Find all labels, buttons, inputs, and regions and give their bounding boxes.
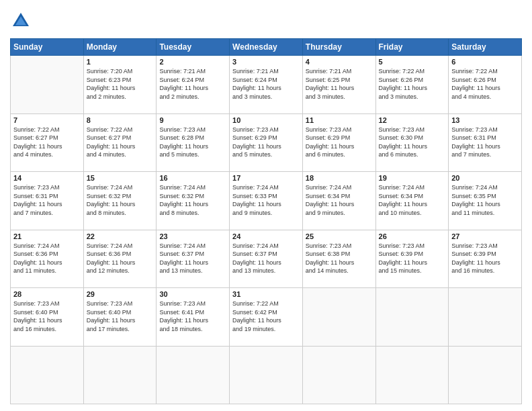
calendar-table: Sunday Monday Tuesday Wednesday Thursday… bbox=[10, 38, 522, 404]
table-row bbox=[83, 346, 157, 404]
day-number: 25 bbox=[306, 232, 373, 240]
table-row bbox=[302, 346, 375, 404]
calendar-row bbox=[11, 346, 522, 404]
day-info: Sunrise: 7:23 AM Sunset: 6:29 PM Dayligh… bbox=[306, 126, 373, 159]
day-info: Sunrise: 7:24 AM Sunset: 6:32 PM Dayligh… bbox=[159, 183, 226, 217]
page: Sunday Monday Tuesday Wednesday Thursday… bbox=[0, 0, 532, 411]
table-row: 22Sunrise: 7:24 AM Sunset: 6:36 PM Dayli… bbox=[83, 230, 157, 288]
table-row bbox=[11, 56, 84, 114]
table-row: 29Sunrise: 7:23 AM Sunset: 6:40 PM Dayli… bbox=[83, 288, 157, 347]
day-info: Sunrise: 7:24 AM Sunset: 6:37 PM Dayligh… bbox=[232, 242, 300, 275]
logo bbox=[10, 10, 34, 32]
table-row: 11Sunrise: 7:23 AM Sunset: 6:29 PM Dayli… bbox=[302, 113, 375, 172]
day-number: 21 bbox=[13, 232, 81, 240]
table-row: 3Sunrise: 7:21 AM Sunset: 6:24 PM Daylig… bbox=[230, 56, 303, 114]
day-number: 20 bbox=[451, 174, 519, 182]
day-info: Sunrise: 7:23 AM Sunset: 6:40 PM Dayligh… bbox=[87, 300, 154, 333]
header-saturday: Saturday bbox=[449, 39, 522, 56]
day-info: Sunrise: 7:22 AM Sunset: 6:42 PM Dayligh… bbox=[232, 300, 300, 333]
table-row: 30Sunrise: 7:23 AM Sunset: 6:41 PM Dayli… bbox=[157, 288, 230, 347]
day-info: Sunrise: 7:24 AM Sunset: 6:34 PM Dayligh… bbox=[379, 183, 446, 217]
day-number: 11 bbox=[306, 116, 373, 124]
day-info: Sunrise: 7:23 AM Sunset: 6:31 PM Dayligh… bbox=[13, 183, 81, 217]
day-number: 13 bbox=[451, 116, 519, 124]
day-number: 8 bbox=[87, 116, 154, 124]
header-friday: Friday bbox=[375, 39, 449, 56]
day-number: 15 bbox=[87, 174, 154, 182]
day-info: Sunrise: 7:22 AM Sunset: 6:27 PM Dayligh… bbox=[13, 126, 81, 159]
day-info: Sunrise: 7:23 AM Sunset: 6:31 PM Dayligh… bbox=[451, 126, 519, 159]
logo-icon bbox=[10, 10, 32, 32]
table-row: 7Sunrise: 7:22 AM Sunset: 6:27 PM Daylig… bbox=[11, 113, 84, 172]
table-row: 24Sunrise: 7:24 AM Sunset: 6:37 PM Dayli… bbox=[230, 230, 303, 288]
table-row: 27Sunrise: 7:23 AM Sunset: 6:39 PM Dayli… bbox=[449, 230, 522, 288]
day-number: 3 bbox=[232, 58, 300, 66]
table-row: 9Sunrise: 7:23 AM Sunset: 6:28 PM Daylig… bbox=[157, 113, 230, 172]
day-info: Sunrise: 7:21 AM Sunset: 6:24 PM Dayligh… bbox=[232, 67, 300, 101]
table-row: 21Sunrise: 7:24 AM Sunset: 6:36 PM Dayli… bbox=[11, 230, 84, 288]
day-info: Sunrise: 7:22 AM Sunset: 6:27 PM Dayligh… bbox=[87, 126, 154, 159]
calendar-row: 28Sunrise: 7:23 AM Sunset: 6:40 PM Dayli… bbox=[11, 288, 522, 347]
day-number: 29 bbox=[87, 290, 154, 298]
day-number: 12 bbox=[379, 116, 446, 124]
day-number: 14 bbox=[13, 174, 81, 182]
table-row bbox=[230, 346, 303, 404]
day-info: Sunrise: 7:24 AM Sunset: 6:35 PM Dayligh… bbox=[451, 183, 519, 217]
day-number: 31 bbox=[232, 290, 300, 298]
table-row: 8Sunrise: 7:22 AM Sunset: 6:27 PM Daylig… bbox=[83, 113, 157, 172]
day-number: 22 bbox=[87, 232, 154, 240]
day-number: 26 bbox=[379, 232, 446, 240]
day-number: 23 bbox=[159, 232, 226, 240]
calendar-row: 1Sunrise: 7:20 AM Sunset: 6:23 PM Daylig… bbox=[11, 56, 522, 114]
table-row: 23Sunrise: 7:24 AM Sunset: 6:37 PM Dayli… bbox=[157, 230, 230, 288]
day-number: 18 bbox=[306, 174, 373, 182]
header-thursday: Thursday bbox=[302, 39, 375, 56]
day-info: Sunrise: 7:23 AM Sunset: 6:40 PM Dayligh… bbox=[13, 300, 81, 333]
day-number: 10 bbox=[232, 116, 300, 124]
day-number: 1 bbox=[87, 58, 154, 66]
day-number: 9 bbox=[159, 116, 226, 124]
header bbox=[10, 10, 522, 32]
table-row bbox=[11, 346, 84, 404]
day-info: Sunrise: 7:23 AM Sunset: 6:30 PM Dayligh… bbox=[379, 126, 446, 159]
day-info: Sunrise: 7:24 AM Sunset: 6:36 PM Dayligh… bbox=[13, 242, 81, 275]
table-row: 1Sunrise: 7:20 AM Sunset: 6:23 PM Daylig… bbox=[83, 56, 157, 114]
header-tuesday: Tuesday bbox=[157, 39, 230, 56]
table-row: 16Sunrise: 7:24 AM Sunset: 6:32 PM Dayli… bbox=[157, 172, 230, 230]
day-info: Sunrise: 7:23 AM Sunset: 6:41 PM Dayligh… bbox=[159, 300, 226, 333]
day-number: 6 bbox=[451, 58, 519, 66]
day-info: Sunrise: 7:23 AM Sunset: 6:29 PM Dayligh… bbox=[232, 126, 300, 159]
day-number: 19 bbox=[379, 174, 446, 182]
table-row bbox=[375, 288, 449, 347]
table-row: 10Sunrise: 7:23 AM Sunset: 6:29 PM Dayli… bbox=[230, 113, 303, 172]
table-row: 12Sunrise: 7:23 AM Sunset: 6:30 PM Dayli… bbox=[375, 113, 449, 172]
day-info: Sunrise: 7:21 AM Sunset: 6:24 PM Dayligh… bbox=[159, 67, 226, 101]
day-info: Sunrise: 7:24 AM Sunset: 6:33 PM Dayligh… bbox=[232, 183, 300, 217]
table-row: 15Sunrise: 7:24 AM Sunset: 6:32 PM Dayli… bbox=[83, 172, 157, 230]
table-row: 20Sunrise: 7:24 AM Sunset: 6:35 PM Dayli… bbox=[449, 172, 522, 230]
day-info: Sunrise: 7:23 AM Sunset: 6:28 PM Dayligh… bbox=[159, 126, 226, 159]
day-info: Sunrise: 7:22 AM Sunset: 6:26 PM Dayligh… bbox=[379, 67, 446, 101]
day-info: Sunrise: 7:21 AM Sunset: 6:25 PM Dayligh… bbox=[306, 67, 373, 101]
table-row: 14Sunrise: 7:23 AM Sunset: 6:31 PM Dayli… bbox=[11, 172, 84, 230]
table-row: 2Sunrise: 7:21 AM Sunset: 6:24 PM Daylig… bbox=[157, 56, 230, 114]
header-sunday: Sunday bbox=[11, 39, 84, 56]
day-number: 2 bbox=[159, 58, 226, 66]
calendar-row: 14Sunrise: 7:23 AM Sunset: 6:31 PM Dayli… bbox=[11, 172, 522, 230]
table-row: 19Sunrise: 7:24 AM Sunset: 6:34 PM Dayli… bbox=[375, 172, 449, 230]
day-number: 30 bbox=[159, 290, 226, 298]
day-info: Sunrise: 7:24 AM Sunset: 6:34 PM Dayligh… bbox=[306, 183, 373, 217]
day-info: Sunrise: 7:20 AM Sunset: 6:23 PM Dayligh… bbox=[87, 67, 154, 101]
day-number: 4 bbox=[306, 58, 373, 66]
day-info: Sunrise: 7:22 AM Sunset: 6:26 PM Dayligh… bbox=[451, 67, 519, 101]
table-row: 13Sunrise: 7:23 AM Sunset: 6:31 PM Dayli… bbox=[449, 113, 522, 172]
weekday-header-row: Sunday Monday Tuesday Wednesday Thursday… bbox=[11, 39, 522, 56]
day-number: 16 bbox=[159, 174, 226, 182]
day-number: 28 bbox=[13, 290, 81, 298]
table-row: 31Sunrise: 7:22 AM Sunset: 6:42 PM Dayli… bbox=[230, 288, 303, 347]
table-row: 5Sunrise: 7:22 AM Sunset: 6:26 PM Daylig… bbox=[375, 56, 449, 114]
calendar-row: 21Sunrise: 7:24 AM Sunset: 6:36 PM Dayli… bbox=[11, 230, 522, 288]
table-row bbox=[375, 346, 449, 404]
table-row bbox=[449, 288, 522, 347]
table-row bbox=[157, 346, 230, 404]
